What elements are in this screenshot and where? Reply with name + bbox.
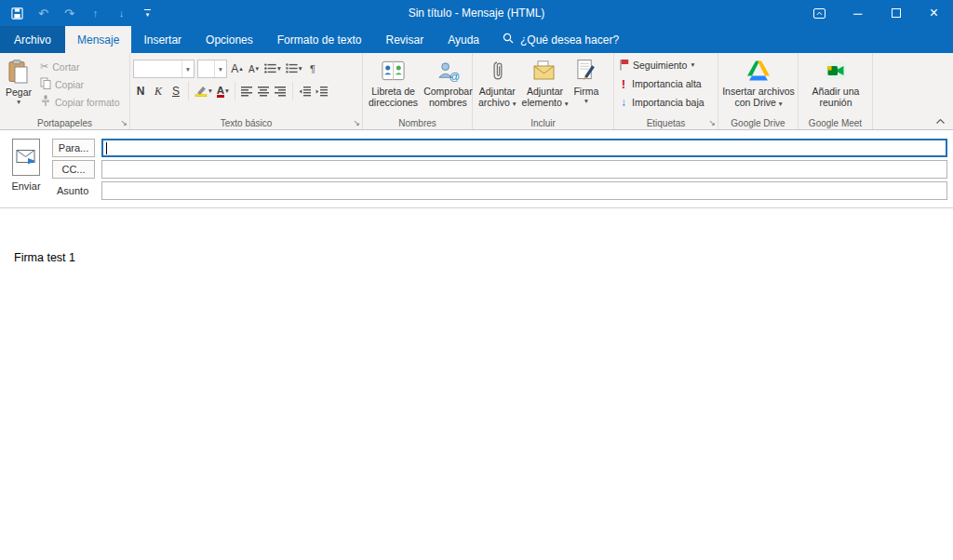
- basic-text-dialog-launcher-icon[interactable]: ↘: [353, 119, 360, 127]
- paste-label: Pegar: [6, 87, 32, 99]
- font-color-button[interactable]: A▾: [216, 83, 230, 100]
- to-button[interactable]: Para...: [52, 139, 95, 157]
- tab-formato-de-texto[interactable]: Formato de texto: [265, 26, 374, 53]
- group-label-incluir: Incluir: [473, 118, 613, 128]
- group-etiquetas: Seguimiento ▾ ! Importancia alta ↓ Impor…: [614, 53, 718, 129]
- customize-qat-icon[interactable]: ▾: [141, 7, 154, 20]
- cc-input[interactable]: [101, 160, 947, 179]
- copy-button[interactable]: Copiar: [38, 75, 121, 93]
- google-drive-icon: [747, 58, 770, 84]
- check-names-button[interactable]: @ Comprobar nombres: [421, 56, 476, 108]
- paste-button[interactable]: Pegar ▾: [3, 57, 34, 106]
- tab-insertar[interactable]: Insertar: [131, 26, 194, 53]
- follow-up-button[interactable]: Seguimiento ▾: [617, 56, 696, 74]
- decrease-indent-icon: [299, 87, 311, 97]
- copy-icon: [40, 77, 51, 91]
- low-importance-label: Importancia baja: [632, 97, 705, 108]
- subject-row: Asunto: [52, 181, 947, 200]
- format-painter-button[interactable]: Copiar formato: [38, 93, 121, 111]
- tab-opciones[interactable]: Opciones: [194, 26, 265, 53]
- maximize-button[interactable]: [877, 0, 915, 26]
- minimize-button[interactable]: ─: [839, 0, 877, 26]
- underline-label: S: [169, 85, 182, 98]
- cut-label: Cortar: [52, 61, 79, 73]
- clipboard-dialog-launcher-icon[interactable]: ↘: [120, 119, 128, 127]
- group-label-google-meet: Google Meet: [799, 118, 872, 128]
- signature-button[interactable]: Firma ▾: [570, 56, 601, 105]
- increase-indent-button[interactable]: [315, 83, 329, 100]
- group-label-texto-basico: Texto básico: [130, 118, 362, 128]
- tab-ayuda[interactable]: Ayuda: [436, 26, 491, 53]
- group-nombres: Libreta de direcciones @ Comprobar nombr…: [363, 53, 473, 129]
- message-body-editor[interactable]: Firma test 1: [0, 208, 953, 559]
- paragraph-marks-button[interactable]: ¶: [306, 60, 320, 78]
- align-left-button[interactable]: [240, 83, 254, 100]
- copy-label: Copiar: [55, 79, 84, 90]
- send-label: Enviar: [11, 180, 40, 192]
- previous-item-icon[interactable]: ↑: [88, 7, 102, 20]
- align-right-button[interactable]: [274, 83, 288, 100]
- to-input[interactable]: [101, 139, 947, 157]
- flag-icon: [619, 59, 629, 73]
- attach-file-button[interactable]: Adjuntar archivo ▾: [476, 56, 519, 108]
- align-center-button[interactable]: [257, 83, 271, 100]
- signature-label: Firma: [573, 87, 598, 98]
- high-importance-button[interactable]: ! Importancia alta: [617, 74, 704, 93]
- group-google-drive: Insertar archivos con Drive ▾ Google Dri…: [718, 53, 799, 129]
- save-icon[interactable]: [10, 7, 24, 20]
- tab-mensaje[interactable]: Mensaje: [65, 26, 131, 53]
- highlight-color-button[interactable]: ▾: [194, 83, 213, 100]
- cc-button[interactable]: CC...: [52, 160, 95, 179]
- collapse-ribbon-icon[interactable]: [935, 115, 946, 127]
- cut-button[interactable]: ✂ Cortar: [38, 58, 121, 75]
- search-icon: [503, 33, 514, 47]
- check-names-label-2: nombres: [429, 98, 467, 109]
- address-book-icon: [381, 58, 406, 84]
- bullets-button[interactable]: ▾: [263, 60, 282, 78]
- redo-icon[interactable]: ↷: [62, 7, 76, 20]
- address-book-label-1: Libreta de: [371, 87, 415, 98]
- tags-dialog-launcher-icon[interactable]: ↘: [708, 119, 716, 127]
- dropdown-arrow-icon: ▾: [513, 100, 517, 108]
- shrink-font-button[interactable]: A▾: [247, 60, 261, 78]
- italic-button[interactable]: K: [151, 83, 166, 100]
- group-texto-basico: ▾ ▾ A▴ A▾ ▾ ▾ ¶: [130, 53, 363, 129]
- ribbon-display-options-icon[interactable]: [800, 0, 839, 26]
- send-button[interactable]: Enviar: [7, 139, 45, 202]
- group-portapapeles: Pegar ▾ ✂ Cortar Copiar Copiar formato P…: [0, 53, 130, 129]
- grow-font-button[interactable]: A▴: [230, 60, 244, 78]
- attach-item-label-2: elemento: [522, 97, 562, 108]
- add-meeting-button[interactable]: Añadir una reunión: [810, 56, 863, 108]
- tab-archivo[interactable]: Archivo: [0, 26, 65, 53]
- separator: [292, 82, 293, 100]
- font-name-combobox[interactable]: ▾: [133, 60, 195, 78]
- font-name-value: [134, 60, 181, 77]
- undo-icon[interactable]: ↶: [36, 7, 50, 20]
- bold-button[interactable]: N: [133, 83, 148, 100]
- recipient-rows: Para... CC... Asunto: [52, 139, 947, 202]
- clipboard-small-buttons: ✂ Cortar Copiar Copiar formato: [38, 58, 121, 111]
- dropdown-arrow-icon: ▾: [691, 61, 694, 69]
- tab-revisar[interactable]: Revisar: [373, 26, 436, 53]
- font-size-combobox[interactable]: ▾: [197, 60, 227, 78]
- subject-input[interactable]: [101, 181, 947, 200]
- next-item-icon[interactable]: ↓: [114, 7, 128, 20]
- titlebar: ↶ ↷ ↑ ↓ ▾ Sin título - Mensaje (HTML) ─ …: [0, 0, 953, 26]
- align-right-icon: [275, 87, 286, 97]
- high-importance-label: Importancia alta: [632, 78, 702, 89]
- paste-icon: [8, 59, 29, 85]
- close-button[interactable]: ×: [915, 0, 953, 26]
- underline-button[interactable]: S: [168, 83, 183, 100]
- decrease-indent-button[interactable]: [298, 83, 312, 100]
- numbering-button[interactable]: ▾: [285, 60, 303, 78]
- check-names-label-1: Comprobar: [423, 87, 473, 98]
- ribbon-tabs: Archivo Mensaje Insertar Opciones Format…: [0, 26, 953, 53]
- attach-file-label-2: archivo: [478, 97, 510, 108]
- insert-drive-files-button[interactable]: Insertar archivos con Drive ▾: [719, 56, 798, 108]
- dropdown-arrow-icon: ▾: [17, 99, 20, 106]
- low-importance-button[interactable]: ↓ Importancia baja: [617, 93, 706, 112]
- italic-label: K: [152, 85, 165, 99]
- attach-item-button[interactable]: Adjuntar elemento ▾: [519, 56, 571, 108]
- tell-me-box[interactable]: ¿Qué desea hacer?: [491, 26, 630, 53]
- address-book-button[interactable]: Libreta de direcciones: [366, 56, 421, 108]
